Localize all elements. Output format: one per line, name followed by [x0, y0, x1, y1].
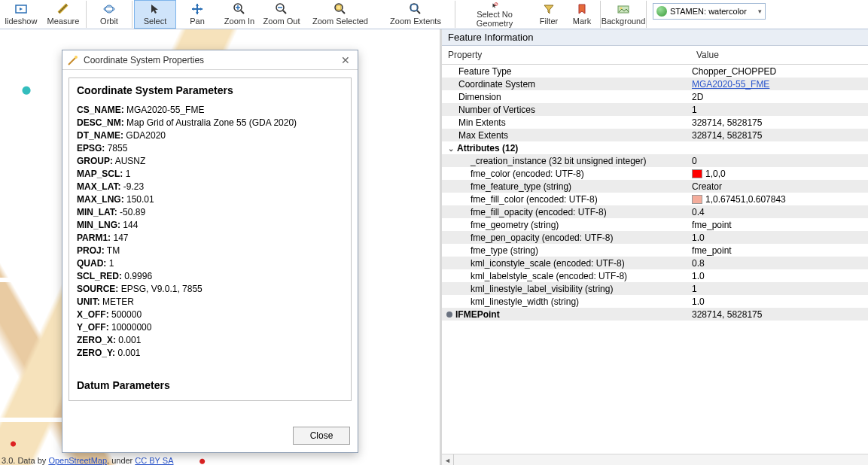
- panel-title: Feature Information: [442, 29, 868, 46]
- map-view[interactable]: 3.0. Data by OpenStreetMap, under CC BY …: [0, 29, 440, 465]
- property-cell: Dimension: [442, 92, 692, 102]
- table-row[interactable]: fme_color (encoded: UTF-8) 1,0,0: [442, 167, 868, 180]
- value-cell: fme_point: [692, 245, 868, 256]
- svg-point-13: [75, 56, 78, 59]
- value-cell: fme_point: [692, 220, 868, 230]
- measure-icon: [56, 2, 70, 16]
- coordinate-system-properties-dialog: Coordinate System Properties ✕ Coordinat…: [62, 50, 358, 453]
- zoom-in-button[interactable]: Zoom In: [218, 0, 260, 29]
- param-row: GROUP: AUSNZ: [77, 155, 343, 168]
- svg-marker-1: [20, 8, 23, 11]
- toolbar: lideshowMeasureOrbitSelectPanZoom InZoom…: [0, 0, 868, 29]
- param-row: PROJ: TM: [77, 245, 343, 257]
- toolbar-label: Pan: [190, 17, 205, 26]
- orbit-button[interactable]: Orbit: [88, 0, 130, 29]
- param-row: EPSG: 7855: [77, 142, 343, 155]
- separator: [86, 1, 87, 28]
- table-row[interactable]: fme_fill_color (encoded: UTF-8) 1,0.6745…: [442, 193, 868, 205]
- pan-button[interactable]: Pan: [176, 0, 218, 29]
- table-row[interactable]: Coordinate SystemMGA2020-55_FME: [442, 78, 868, 90]
- param-row: SOURCE: EPSG, V9.0.1, 7855: [77, 283, 343, 296]
- table-row[interactable]: fme_pen_opacity (encoded: UTF-8)1.0: [442, 231, 868, 244]
- table-row[interactable]: fme_feature_type (string)Creator: [442, 180, 868, 193]
- zoom-in-icon: [233, 2, 246, 16]
- select-no-geom-icon: [488, 2, 501, 9]
- zoom-out-button[interactable]: Zoom Out: [260, 0, 303, 29]
- expander-icon[interactable]: ⌄: [446, 144, 455, 153]
- coord-sys-link[interactable]: MGA2020-55_FME: [692, 79, 769, 90]
- filter-button[interactable]: Filter: [532, 0, 565, 29]
- toolbar-label: Filter: [540, 17, 558, 26]
- dialog-titlebar[interactable]: Coordinate System Properties ✕: [62, 50, 358, 70]
- property-cell: ⌄Attributes (12): [442, 143, 692, 153]
- zoom-extents-button[interactable]: Zoom Extents: [378, 0, 453, 29]
- measure-button[interactable]: Measure: [42, 0, 84, 29]
- property-cell: fme_type (string): [442, 245, 692, 256]
- map-attribution: 3.0. Data by OpenStreetMap, under CC BY …: [2, 456, 174, 465]
- slideshow-button[interactable]: lideshow: [0, 0, 42, 29]
- property-cell: kml_linestyle_width (string): [442, 296, 692, 307]
- property-cell: Feature Type: [442, 66, 692, 77]
- toolbar-label: Measure: [47, 17, 80, 26]
- param-row: MIN_LNG: 144: [77, 219, 343, 232]
- table-row[interactable]: Dimension2D: [442, 90, 868, 103]
- params-scroll[interactable]: Coordinate System Parameters CS_NAME: MG…: [69, 78, 352, 401]
- scroll-left-icon[interactable]: ◄: [442, 454, 454, 465]
- select-no-geom-button[interactable]: Select No Geometry: [457, 0, 532, 29]
- value-cell: 1,0,0: [692, 169, 868, 179]
- value-cell: 0.4: [692, 207, 868, 217]
- table-row[interactable]: kml_linestyle_label_visibility (string)1: [442, 282, 868, 295]
- table-row[interactable]: IFMEPoint328714, 5828175: [442, 308, 868, 321]
- basemap-label: STAMEN: watercolor: [670, 7, 747, 16]
- toolbar-label: Zoom In: [224, 17, 254, 26]
- table-row[interactable]: Min Extents328714, 5828175: [442, 116, 868, 129]
- param-row: ZERO_X: 0.001: [77, 334, 343, 347]
- table-row[interactable]: ⌄Attributes (12): [442, 141, 868, 154]
- table-row[interactable]: kml_labelstyle_scale (encoded: UTF-8)1.0: [442, 269, 868, 282]
- value-cell: Chopper_CHOPPED: [692, 66, 868, 77]
- table-row[interactable]: Feature TypeChopper_CHOPPED: [442, 65, 868, 78]
- table-row[interactable]: kml_linestyle_width (string)1.0: [442, 295, 868, 308]
- table-row[interactable]: _creation_instance (32 bit unsigned inte…: [442, 154, 868, 167]
- pan-icon: [190, 2, 204, 16]
- value-cell: Creator: [692, 181, 868, 192]
- separator: [132, 1, 132, 28]
- close-icon[interactable]: ✕: [338, 54, 353, 66]
- toolbar-label: Select No Geometry: [458, 10, 531, 28]
- wand-icon: [67, 54, 79, 66]
- param-row: DESC_NM: Map Grid of Australia Zone 55 (…: [77, 117, 343, 129]
- table-row[interactable]: Number of Vertices1: [442, 103, 868, 116]
- basemap-select[interactable]: STAMEN: watercolor▾: [653, 3, 766, 20]
- close-button[interactable]: Close: [293, 427, 350, 445]
- orbit-icon: [102, 2, 116, 16]
- value-cell: 0: [692, 156, 868, 166]
- cc-link[interactable]: CC BY SA: [135, 456, 173, 465]
- param-row: DESC_NM: Geocentric Datum of Australia, …: [77, 399, 343, 401]
- toolbar-label: Mark: [573, 17, 591, 26]
- zoom-selected-button[interactable]: Zoom Selected: [303, 0, 378, 29]
- chevron-down-icon: ▾: [758, 8, 762, 15]
- property-cell: Number of Vertices: [442, 105, 692, 115]
- horizontal-scrollbar[interactable]: ◄: [442, 454, 868, 465]
- value-cell: 328714, 5828175: [692, 130, 868, 141]
- table-row[interactable]: fme_fill_opacity (encoded: UTF-8)0.4: [442, 205, 868, 218]
- mark-button[interactable]: Mark: [565, 0, 598, 29]
- feature-info-body[interactable]: Feature TypeChopper_CHOPPEDCoordinate Sy…: [442, 65, 868, 454]
- param-row: SCL_RED: 0.9996: [77, 270, 343, 283]
- property-cell: Coordinate System: [442, 79, 692, 90]
- zoom-selected-icon: [333, 2, 347, 16]
- svg-rect-9: [411, 5, 417, 11]
- table-row[interactable]: fme_geometry (string)fme_point: [442, 218, 868, 231]
- zoom-extents-icon: [409, 2, 422, 16]
- osm-link[interactable]: OpenStreetMap: [48, 456, 107, 465]
- background-button[interactable]: Background: [602, 0, 644, 29]
- toolbar-label: Zoom Extents: [390, 17, 441, 26]
- select-button[interactable]: Select: [134, 0, 176, 29]
- param-row: CS_NAME: MGA2020-55_FME: [77, 104, 343, 117]
- table-row[interactable]: kml_iconstyle_scale (encoded: UTF-8)0.8: [442, 257, 868, 269]
- table-row[interactable]: fme_type (string)fme_point: [442, 244, 868, 257]
- toolbar-label: Orbit: [100, 17, 118, 26]
- value-cell: 1.0: [692, 232, 868, 243]
- col-property: Property: [448, 50, 696, 60]
- table-row[interactable]: Max Extents328714, 5828175: [442, 129, 868, 141]
